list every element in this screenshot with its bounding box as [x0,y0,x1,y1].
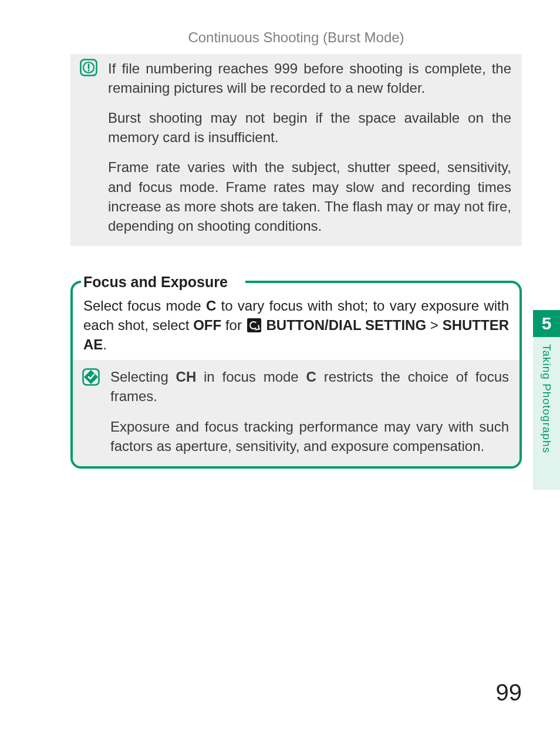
side-tab: 5 Taking Photographs [533,310,560,490]
text: in focus mode [196,369,306,385]
bold-menu: BUTTON/DIAL SETTING [266,317,427,333]
note-block: Selecting CH in focus mode C restricts t… [73,360,519,466]
caution-paragraph: Frame rate varies with the subject, shut… [108,157,511,235]
caution-paragraph: If file numbering reaches 999 before sho… [108,59,511,97]
focus-exposure-legend: Focus and Exposure [81,274,245,291]
note-paragraph: Exposure and focus tracking performance … [110,417,509,456]
text: for [221,317,246,333]
note-icon [82,368,100,386]
page-header-title: Continuous Shooting (Burst Mode) [70,29,522,46]
caution-block: If file numbering reaches 999 before sho… [70,54,522,246]
text: > [426,317,443,333]
manual-page: Continuous Shooting (Burst Mode) If file… [0,0,560,734]
bold-c: C [206,298,216,314]
text: Selecting [110,369,176,385]
page-number: 99 [496,679,522,706]
chapter-number-tab: 5 [533,310,560,337]
caution-paragraph: Burst shooting may not begin if the spac… [108,108,511,147]
text: . [103,336,107,352]
bold-c: C [306,369,316,385]
note-paragraph: Selecting CH in focus mode C restricts t… [110,367,509,406]
bold-ch: CH [176,369,197,385]
svg-point-3 [87,69,89,71]
focus-exposure-intro: Select focus mode C to vary focus with s… [83,296,509,354]
chapter-label-tab: Taking Photographs [533,337,560,490]
caution-icon [80,59,97,76]
text: Select focus mode [83,298,206,314]
wrench-icon [247,318,261,332]
focus-exposure-box: Focus and Exposure Select focus mode C t… [70,281,522,469]
bold-off: OFF [193,317,221,333]
